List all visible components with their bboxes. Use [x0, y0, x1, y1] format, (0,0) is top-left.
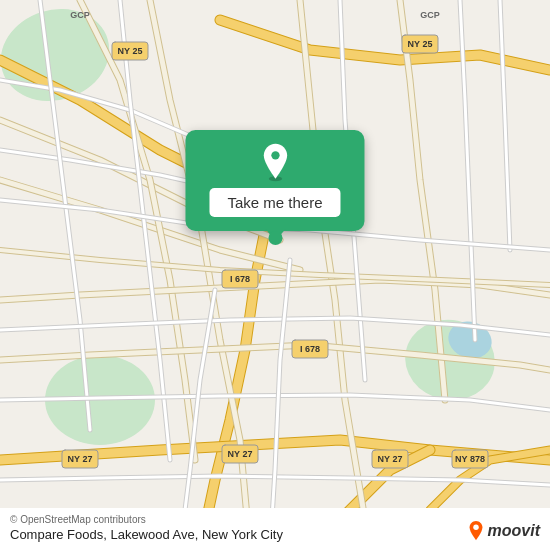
popup-dot: [268, 231, 282, 245]
take-me-there-button[interactable]: Take me there: [209, 188, 340, 217]
copyright-text: © OpenStreetMap contributors: [10, 514, 540, 525]
moovit-wordmark: moovit: [488, 522, 540, 540]
moovit-logo: moovit: [467, 520, 540, 542]
bottom-bar: © OpenStreetMap contributors Compare Foo…: [0, 508, 550, 550]
location-text: Compare Foods, Lakewood Ave, New York Ci…: [10, 527, 540, 542]
location-pin-icon: [255, 142, 295, 182]
map-canvas: [0, 0, 550, 550]
popup-card: Take me there: [185, 130, 364, 245]
svg-point-2: [473, 525, 479, 531]
svg-point-1: [271, 151, 279, 159]
moovit-pin-icon: [467, 520, 485, 542]
map-container: Take me there © OpenStreetMap contributo…: [0, 0, 550, 550]
popup-bubble: Take me there: [185, 130, 364, 231]
